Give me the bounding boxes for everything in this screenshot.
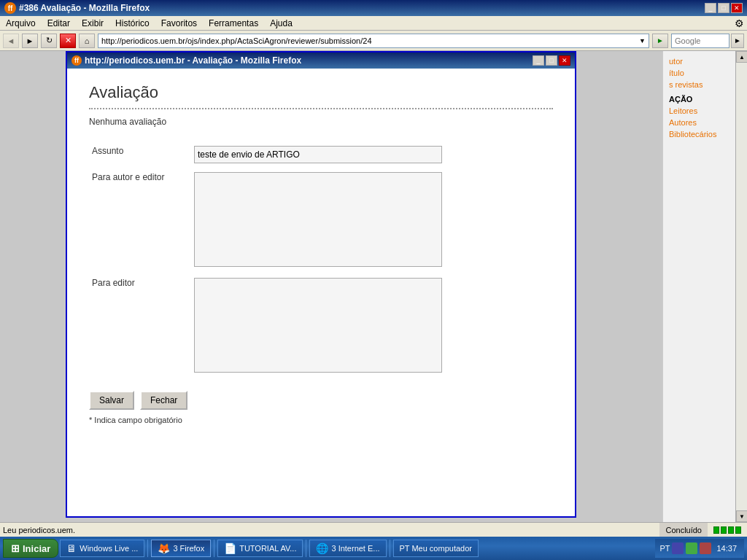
close-form-button[interactable]: Fechar [140,391,187,410]
minimize-button[interactable]: _ [705,3,716,13]
progress-bar-1 [713,526,719,534]
gear-icon[interactable]: ⚙ [735,18,744,29]
start-button[interactable]: ⊞ Iniciar [3,539,58,558]
dialog-maximize-button[interactable]: □ [546,55,557,66]
maximize-button[interactable]: □ [718,3,729,13]
dialog-title-bar: ff http://periodicos.uem.br - Avaliação … [67,52,575,69]
dialog-controls: _ □ ✕ [533,55,570,66]
menu-exibir[interactable]: Exibir [79,18,107,28]
back-button[interactable]: ◄ [3,34,19,48]
para-editor-row: Para editor [89,273,553,379]
taskbar-item-tutorial[interactable]: 📄 TUTORIAL AV... [217,540,303,557]
scroll-track[interactable] [736,63,747,510]
assunto-input[interactable] [194,146,442,163]
assunto-field-cell [191,141,553,168]
firefox-icon: 🦊 [158,542,170,554]
no-review-text: Nenhuma avaliação [89,117,553,127]
close-button[interactable]: ✕ [731,3,743,13]
progress-bar-2 [721,526,727,534]
taskbar-item-ie[interactable]: 🌐 3 Internet E... [309,540,386,557]
forward-button[interactable]: ► [22,34,38,48]
taskbar-label-tutorial: TUTORIAL AV... [239,544,296,553]
menu-editar[interactable]: Editar [44,18,73,28]
para-editor-label: Para editor [89,273,191,379]
menu-arquivo[interactable]: Arquivo [3,18,39,28]
sidebar-link-revistas[interactable]: s revistas [669,80,729,89]
system-tray: PT 14:37 [655,539,744,558]
scroll-down-button[interactable]: ▼ [736,510,747,522]
home-button[interactable]: ⌂ [79,34,95,48]
menu-historico[interactable]: Histórico [112,18,152,28]
browser-title: #386 Avaliação - Mozilla Firefox [19,3,150,13]
refresh-button[interactable]: ↻ [41,34,57,48]
sidebar-link-autores[interactable]: Autores [669,118,729,127]
search-go-button[interactable]: ► [731,34,744,48]
menu-bar: Arquivo Editar Exibir Histórico Favorito… [0,16,747,31]
taskbar-label-windows-live: Windows Live ... [80,544,138,553]
address-bar: http://periodicos.uem.br/ojs/index.php/A… [98,34,649,48]
progress-bar-3 [728,526,734,534]
divider [89,108,553,109]
para-autor-textarea[interactable] [194,172,442,267]
sidebar-section-label: AÇÃO [669,95,729,104]
tray-icon-3 [700,542,711,554]
address-text[interactable]: http://periodicos.uem.br/ojs/index.php/A… [101,36,639,45]
assunto-row: Assunto [89,141,553,168]
taskbar-separator-1 [147,540,148,557]
taskbar-label-ie: 3 Internet E... [331,544,379,553]
clock: 14:37 [713,544,740,553]
dialog-window: ff http://periodicos.uem.br - Avaliação … [66,51,576,518]
browser-title-bar: ff #386 Avaliação - Mozilla Firefox _ □ … [0,0,747,16]
dialog-minimize-button[interactable]: _ [533,55,544,66]
menu-ferramentas[interactable]: Ferramentas [206,18,261,28]
browser-icon: ff [4,2,16,14]
taskbar-separator-2 [214,540,214,557]
status-left-text: Leu periodicos.uem. [3,526,654,534]
form-table: Assunto Para autor e editor [89,141,553,379]
sidebar-link-autor[interactable]: utor [669,57,729,66]
menu-ajuda[interactable]: Ajuda [267,18,295,28]
search-input[interactable] [671,34,729,48]
taskbar-right: PT 14:37 [655,539,744,558]
taskbar-separator-3 [306,540,306,557]
taskbar-separator-4 [390,540,390,557]
lang-indicator: PT [659,544,670,553]
status-done-text: Concluído [659,523,708,537]
taskbar-label-computer: PT Meu computador [400,544,472,553]
stop-button[interactable]: ✕ [60,34,76,48]
start-label: Iniciar [23,543,50,554]
progress-bar-4 [735,526,741,534]
go-button[interactable]: ► [652,34,668,48]
search-area: ► [671,34,744,48]
para-editor-textarea[interactable] [194,278,442,373]
sidebar-link-titulo[interactable]: ítulo [669,69,729,77]
para-autor-row: Para autor e editor [89,168,553,273]
scroll-up-button[interactable]: ▲ [736,51,747,63]
nav-bar: ◄ ► ↻ ✕ ⌂ http://periodicos.uem.br/ojs/i… [0,31,747,51]
scrollbar-right[interactable]: ▲ ▼ [735,51,747,522]
sidebar: utor ítulo s revistas AÇÃO Leitores Auto… [662,51,735,522]
save-button[interactable]: Salvar [89,391,134,410]
para-editor-field-cell [191,273,553,379]
assunto-label: Assunto [89,141,191,168]
sidebar-link-leitores[interactable]: Leitores [669,106,729,115]
sidebar-link-bibliotecarios[interactable]: Bibliotecários [669,130,729,139]
taskbar: ⊞ Iniciar 🖥 Windows Live ... 🦊 3 Firefox… [0,537,747,560]
required-note: * Indica campo obrigatório [89,416,553,424]
browser-content: ff http://periodicos.uem.br - Avaliação … [0,51,747,522]
taskbar-item-computer[interactable]: PT Meu computador [393,540,479,557]
taskbar-item-windows-live[interactable]: 🖥 Windows Live ... [60,540,144,557]
window-controls: _ □ ✕ [705,3,743,13]
windows-live-icon: 🖥 [66,542,77,554]
status-bar: Leu periodicos.uem. Concluído [0,522,747,537]
dialog-icon: ff [71,55,82,66]
taskbar-item-firefox[interactable]: 🦊 3 Firefox [151,540,211,557]
dialog-close-button[interactable]: ✕ [559,55,570,66]
menu-favoritos[interactable]: Favoritos [158,18,200,28]
page-heading: Avaliação [89,83,553,102]
status-progress [713,526,741,534]
dialog-content: Avaliação Nenhuma avaliação Assunto Para… [67,69,575,516]
button-row: Salvar Fechar [89,391,553,410]
para-autor-field-cell [191,168,553,273]
tray-icon-2 [686,542,697,554]
